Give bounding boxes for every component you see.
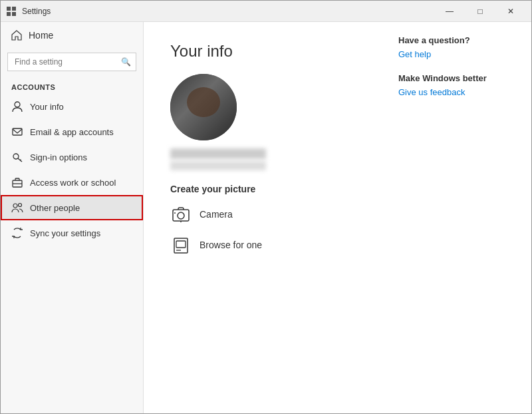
- feedback-title: Make Windows better: [398, 73, 518, 83]
- window-title: Settings: [22, 7, 434, 16]
- briefcase-icon: [11, 176, 23, 188]
- sidebar-item-label: Sync your settings: [30, 228, 100, 238]
- email-icon: [11, 126, 23, 138]
- svg-point-4: [15, 102, 20, 107]
- close-button[interactable]: ✕: [495, 1, 526, 22]
- sidebar-item-label: Sign-in options: [30, 152, 87, 162]
- svg-point-9: [13, 204, 17, 208]
- svg-rect-2: [7, 12, 11, 16]
- app-icon: [6, 6, 17, 17]
- key-icon: [11, 151, 23, 163]
- sidebar-item-label: Email & app accounts: [30, 127, 114, 137]
- user-name: XXXXXXXX XXXXXXX: [170, 148, 266, 159]
- browse-icon: [170, 234, 192, 256]
- sync-icon: [11, 227, 23, 239]
- right-panel: Have a question? Get help Make Windows b…: [385, 22, 531, 413]
- search-icon: 🔍: [121, 57, 131, 67]
- sidebar-item-your-info[interactable]: Your info: [1, 94, 143, 119]
- help-title: Have a question?: [398, 35, 518, 45]
- svg-rect-16: [176, 241, 186, 248]
- sidebar-item-label: Your info: [30, 102, 64, 112]
- sidebar-item-label: Other people: [30, 203, 80, 213]
- camera-option[interactable]: Camera: [170, 204, 358, 225]
- browse-option[interactable]: Browse for one: [170, 234, 358, 256]
- camera-label: Camera: [200, 209, 233, 220]
- sidebar: Home 🔍 Accounts Your info: [1, 22, 144, 413]
- avatar-image: [170, 74, 237, 140]
- settings-window: Settings — □ ✕ Home 🔍: [0, 0, 532, 414]
- home-icon: [11, 30, 22, 41]
- svg-rect-0: [7, 7, 11, 11]
- home-label: Home: [29, 30, 53, 41]
- feedback-section: Make Windows better Give us feedback: [398, 73, 518, 98]
- person-icon: [11, 101, 23, 112]
- help-section: Have a question? Get help: [398, 35, 518, 60]
- main-content: Your info XXXXXXXX XXXXXXX XXXXXXXXXXXXX…: [144, 22, 385, 413]
- browse-label: Browse for one: [200, 240, 262, 250]
- svg-point-10: [19, 204, 22, 207]
- minimize-button[interactable]: —: [434, 1, 465, 22]
- page-title: Your info: [170, 42, 358, 61]
- sidebar-item-sign-in[interactable]: Sign-in options: [1, 144, 143, 170]
- profile-section: XXXXXXXX XXXXXXX XXXXXXXXXXXXXXXXXX: [170, 74, 358, 170]
- svg-rect-5: [13, 128, 22, 135]
- titlebar: Settings — □ ✕: [1, 1, 531, 22]
- avatar: [170, 74, 237, 140]
- svg-point-6: [13, 154, 19, 159]
- create-picture-label: Create your picture: [170, 184, 358, 194]
- sidebar-item-sync[interactable]: Sync your settings: [1, 220, 143, 246]
- sidebar-item-other-people[interactable]: Other people: [1, 195, 143, 220]
- camera-icon: [170, 204, 192, 225]
- maximize-button[interactable]: □: [465, 1, 495, 22]
- svg-rect-3: [12, 12, 16, 16]
- content-area: Home 🔍 Accounts Your info: [1, 22, 531, 413]
- window-controls: — □ ✕: [434, 1, 526, 22]
- user-email: XXXXXXXXXXXXXXXXXX: [170, 161, 266, 170]
- section-label: Accounts: [1, 78, 143, 94]
- sidebar-home[interactable]: Home: [1, 22, 143, 49]
- search-input[interactable]: [7, 53, 136, 71]
- svg-rect-1: [12, 7, 16, 11]
- search-box: 🔍: [7, 53, 136, 71]
- sidebar-item-email-app-accounts[interactable]: Email & app accounts: [1, 119, 143, 144]
- get-help-link[interactable]: Get help: [398, 49, 431, 59]
- sidebar-item-work-school[interactable]: Access work or school: [1, 170, 143, 195]
- people-icon: [11, 202, 23, 214]
- feedback-link[interactable]: Give us feedback: [398, 87, 465, 97]
- sidebar-item-label: Access work or school: [30, 178, 116, 188]
- svg-point-12: [178, 212, 184, 219]
